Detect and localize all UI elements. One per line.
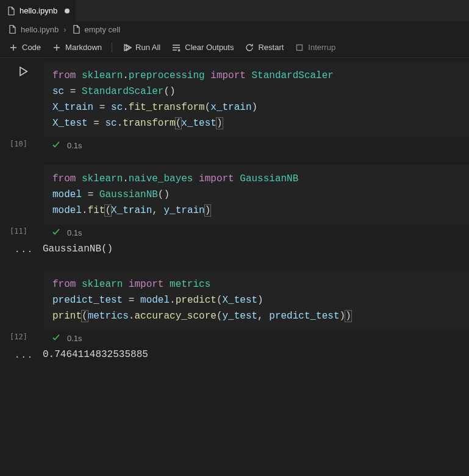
success-check-icon <box>51 227 61 239</box>
output-gutter-icon: ... <box>15 350 34 359</box>
cell-gutter: [10] <box>0 62 43 151</box>
code-content[interactable]: from sklearn.naive_bayes import Gaussian… <box>52 171 460 218</box>
interrupt-button[interactable]: Interrup <box>290 40 340 55</box>
code-content[interactable]: from sklearn import metrics predict_test… <box>52 276 460 324</box>
execution-count: [11] <box>10 227 27 236</box>
notebook-cell: [11]...from sklearn.naive_bayes import G… <box>0 165 469 257</box>
notebook-toolbar: Code Markdown Run All Clear Outputs Rest… <box>0 37 469 58</box>
add-markdown-label: Markdown <box>65 43 102 52</box>
run-all-button[interactable]: Run All <box>117 40 165 55</box>
svg-rect-0 <box>297 45 303 50</box>
execution-time: 0.1s <box>67 141 82 150</box>
cell-gutter: [11]... <box>0 165 43 257</box>
toolbar-divider <box>112 43 112 52</box>
chevron-right-icon: › <box>62 25 67 34</box>
cells-container: [10]from sklearn.preprocessing import St… <box>0 58 469 362</box>
cell-status: 0.1s <box>43 225 469 239</box>
code-editor[interactable]: from sklearn import metrics predict_test… <box>43 270 469 330</box>
code-editor[interactable]: from sklearn.naive_bayes import Gaussian… <box>43 165 469 225</box>
notebook-cell: [10]from sklearn.preprocessing import St… <box>0 62 469 151</box>
clear-outputs-button[interactable]: Clear Outputs <box>166 40 238 55</box>
success-check-icon <box>51 333 61 344</box>
file-icon <box>6 6 16 16</box>
cell-gutter: [12]... <box>0 270 43 362</box>
editor-tab[interactable]: hello.ipynb <box>0 0 76 21</box>
file-icon <box>7 24 17 34</box>
add-code-button[interactable]: Code <box>4 40 46 55</box>
breadcrumb-file[interactable]: hello.ipynb <box>21 25 59 34</box>
execution-time: 0.1s <box>67 334 82 343</box>
output-gutter-icon: ... <box>15 244 34 254</box>
interrupt-label: Interrup <box>308 43 335 52</box>
breadcrumb-leaf[interactable]: empty cell <box>85 25 121 34</box>
execution-count: [10] <box>10 140 27 148</box>
run-all-label: Run All <box>135 43 160 52</box>
cell-output: 0.7464114832535885 <box>43 344 469 362</box>
cell-status: 0.1s <box>43 137 469 151</box>
dirty-indicator-icon <box>65 9 70 13</box>
add-code-label: Code <box>22 43 41 52</box>
tab-filename: hello.ipynb <box>20 6 57 15</box>
execution-time: 0.1s <box>67 228 82 237</box>
cell-icon <box>71 24 81 34</box>
restart-button[interactable]: Restart <box>240 40 288 55</box>
add-markdown-button[interactable]: Markdown <box>47 40 107 55</box>
restart-label: Restart <box>258 43 284 52</box>
code-editor[interactable]: from sklearn.preprocessing import Standa… <box>43 62 469 137</box>
clear-outputs-label: Clear Outputs <box>185 43 234 52</box>
cell-output: GaussianNB() <box>43 239 469 257</box>
cell-status: 0.1s <box>43 330 469 344</box>
run-cell-button[interactable] <box>17 65 29 79</box>
breadcrumb: hello.ipynb › empty cell <box>0 21 469 37</box>
success-check-icon <box>51 140 61 151</box>
tab-bar: hello.ipynb <box>0 0 469 21</box>
execution-count: [12] <box>10 333 27 341</box>
code-content[interactable]: from sklearn.preprocessing import Standa… <box>52 68 460 131</box>
notebook-cell: [12]...from sklearn import metrics predi… <box>0 270 469 362</box>
